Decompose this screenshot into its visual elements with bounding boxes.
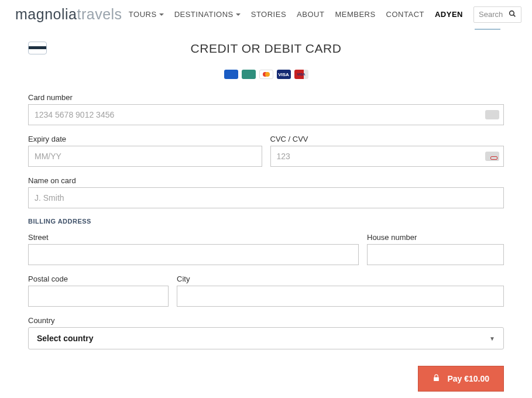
chevron-down-icon: ▼	[489, 335, 495, 342]
nav-tours-label: TOURS	[129, 10, 157, 19]
brand-logo[interactable]: magnoliatravels	[15, 6, 122, 23]
card-brand-icon	[242, 70, 256, 79]
svg-point-0	[510, 11, 514, 15]
card-brand-icon	[259, 70, 273, 79]
country-label: Country	[28, 316, 504, 325]
city-input[interactable]	[177, 286, 504, 307]
card-brand-icon: VISA	[277, 70, 291, 79]
city-label: City	[177, 275, 504, 283]
payment-heading: CREDIT OR DEBIT CARD	[28, 42, 504, 56]
card-number-input[interactable]	[28, 104, 504, 125]
tab-indicator	[475, 29, 500, 30]
cvc-input[interactable]	[270, 146, 504, 167]
nav-adyen[interactable]: ADYEN	[435, 10, 463, 19]
logo-part-2: travels	[77, 6, 122, 22]
nav-stories-label: STORIES	[251, 10, 286, 19]
svg-line-1	[513, 15, 515, 16]
street-input[interactable]	[28, 244, 359, 265]
country-select-value: Select country	[37, 334, 93, 343]
nav-members-label: MEMBERS	[335, 10, 375, 19]
house-number-input[interactable]	[367, 244, 504, 265]
nav-contact-label: CONTACT	[386, 10, 424, 19]
card-icon	[485, 110, 499, 119]
nav-tours[interactable]: TOURS	[129, 10, 164, 19]
postal-code-label: Postal code	[28, 275, 169, 283]
pay-button[interactable]: Pay €10.00	[418, 366, 504, 392]
country-select[interactable]: Select country ▼	[28, 327, 504, 349]
nav-adyen-label: ADYEN	[435, 10, 463, 19]
billing-section-label: BILLING ADDRESS	[28, 218, 504, 225]
logo-part-1: magnolia	[15, 6, 77, 22]
card-brand-icon: VISA	[294, 70, 308, 79]
name-input[interactable]	[28, 187, 504, 208]
nav-members[interactable]: MEMBERS	[335, 10, 375, 19]
nav-destinations-label: DESTINATIONS	[174, 10, 234, 19]
expiry-label: Expiry date	[28, 135, 262, 143]
expiry-input[interactable]	[28, 146, 262, 167]
lock-icon	[433, 373, 440, 384]
pay-button-label: Pay €10.00	[447, 374, 489, 383]
nav-stories[interactable]: STORIES	[251, 10, 286, 19]
postal-code-input[interactable]	[28, 286, 169, 307]
card-brand-row: VISA VISA	[28, 70, 504, 79]
nav-about-label: ABOUT	[297, 10, 324, 19]
nav-destinations[interactable]: DESTINATIONS	[174, 10, 241, 19]
search-box[interactable]	[473, 6, 521, 23]
nav-about[interactable]: ABOUT	[297, 10, 324, 19]
cvc-label: CVC / CVV	[270, 135, 504, 143]
svg-point-3	[265, 72, 270, 77]
house-number-label: House number	[367, 233, 504, 242]
card-chip-icon	[28, 42, 47, 54]
street-label: Street	[28, 233, 359, 242]
nav-contact[interactable]: CONTACT	[386, 10, 424, 19]
search-icon[interactable]	[509, 9, 516, 20]
card-number-label: Card number	[28, 93, 504, 102]
card-brand-icon	[224, 70, 238, 79]
caret-down-icon	[236, 13, 241, 16]
cvc-icon	[485, 152, 499, 161]
name-label: Name on card	[28, 176, 504, 185]
caret-down-icon	[159, 13, 164, 16]
